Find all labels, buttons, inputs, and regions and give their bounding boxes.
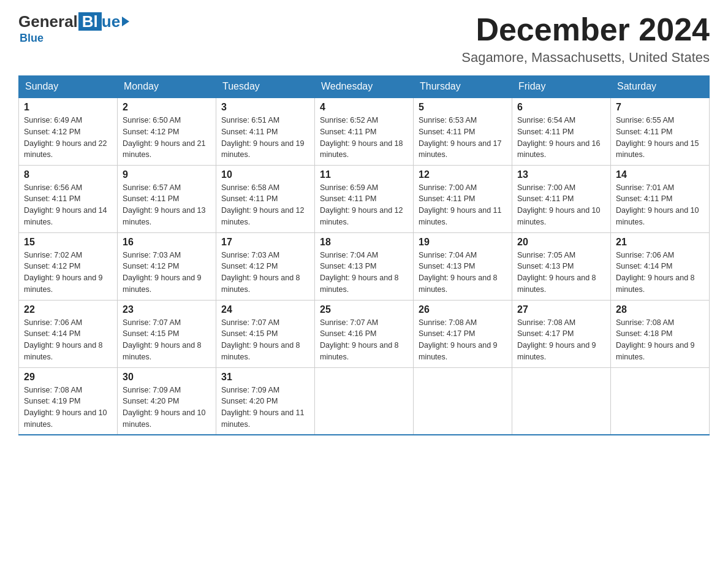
day-number: 30 <box>123 372 211 383</box>
day-info: Sunrise: 7:04 AMSunset: 4:13 PMDaylight:… <box>419 250 507 296</box>
calendar-header-row: SundayMondayTuesdayWednesdayThursdayFrid… <box>19 76 710 98</box>
day-number: 4 <box>320 102 408 113</box>
calendar-cell: 26Sunrise: 7:08 AMSunset: 4:17 PMDayligh… <box>414 300 512 367</box>
day-number: 13 <box>517 169 605 180</box>
calendar-title-area: December 2024 Sagamore, Massachusetts, U… <box>461 12 710 66</box>
day-info: Sunrise: 6:56 AMSunset: 4:11 PMDaylight:… <box>24 182 112 228</box>
calendar-cell: 20Sunrise: 7:05 AMSunset: 4:13 PMDayligh… <box>512 232 611 300</box>
day-info: Sunrise: 7:09 AMSunset: 4:20 PMDaylight:… <box>221 385 309 431</box>
logo-arrow-icon <box>122 17 129 26</box>
day-number: 1 <box>24 102 112 113</box>
day-number: 21 <box>616 237 704 248</box>
day-header-sunday: Sunday <box>19 76 118 98</box>
calendar-cell: 3Sunrise: 6:51 AMSunset: 4:11 PMDaylight… <box>216 98 315 165</box>
day-info: Sunrise: 6:51 AMSunset: 4:11 PMDaylight:… <box>221 115 309 161</box>
calendar-cell: 12Sunrise: 7:00 AMSunset: 4:11 PMDayligh… <box>414 165 512 232</box>
calendar-cell: 14Sunrise: 7:01 AMSunset: 4:11 PMDayligh… <box>611 165 710 232</box>
day-info: Sunrise: 6:54 AMSunset: 4:11 PMDaylight:… <box>517 115 605 161</box>
calendar-cell: 2Sunrise: 6:50 AMSunset: 4:12 PMDaylight… <box>118 98 216 165</box>
day-info: Sunrise: 7:06 AMSunset: 4:14 PMDaylight:… <box>24 317 112 363</box>
day-header-saturday: Saturday <box>611 76 710 98</box>
location-subtitle: Sagamore, Massachusetts, United States <box>461 50 710 66</box>
day-number: 5 <box>419 102 507 113</box>
day-number: 28 <box>616 304 704 315</box>
day-info: Sunrise: 6:50 AMSunset: 4:12 PMDaylight:… <box>123 115 211 161</box>
logo: General Blue Blue <box>18 12 129 45</box>
calendar-week-row: 1Sunrise: 6:49 AMSunset: 4:12 PMDaylight… <box>19 98 710 165</box>
calendar-cell: 15Sunrise: 7:02 AMSunset: 4:12 PMDayligh… <box>19 232 118 300</box>
calendar-table: SundayMondayTuesdayWednesdayThursdayFrid… <box>18 75 710 435</box>
calendar-cell: 27Sunrise: 7:08 AMSunset: 4:17 PMDayligh… <box>512 300 611 367</box>
logo-general-text: General <box>18 13 78 29</box>
calendar-week-row: 8Sunrise: 6:56 AMSunset: 4:11 PMDaylight… <box>19 165 710 232</box>
day-info: Sunrise: 7:03 AMSunset: 4:12 PMDaylight:… <box>221 250 309 296</box>
day-number: 3 <box>221 102 309 113</box>
day-number: 2 <box>123 102 211 113</box>
calendar-cell: 11Sunrise: 6:59 AMSunset: 4:11 PMDayligh… <box>315 165 414 232</box>
day-number: 18 <box>320 237 408 248</box>
day-info: Sunrise: 7:07 AMSunset: 4:15 PMDaylight:… <box>123 317 211 363</box>
calendar-cell: 25Sunrise: 7:07 AMSunset: 4:16 PMDayligh… <box>315 300 414 367</box>
day-header-wednesday: Wednesday <box>315 76 414 98</box>
calendar-week-row: 15Sunrise: 7:02 AMSunset: 4:12 PMDayligh… <box>19 232 710 300</box>
day-info: Sunrise: 6:52 AMSunset: 4:11 PMDaylight:… <box>320 115 408 161</box>
calendar-cell: 28Sunrise: 7:08 AMSunset: 4:18 PMDayligh… <box>611 300 710 367</box>
calendar-cell: 19Sunrise: 7:04 AMSunset: 4:13 PMDayligh… <box>414 232 512 300</box>
day-number: 8 <box>24 169 112 180</box>
day-number: 10 <box>221 169 309 180</box>
calendar-cell: 31Sunrise: 7:09 AMSunset: 4:20 PMDayligh… <box>216 367 315 435</box>
day-number: 23 <box>123 304 211 315</box>
day-info: Sunrise: 7:09 AMSunset: 4:20 PMDaylight:… <box>123 385 211 431</box>
calendar-cell <box>611 367 710 435</box>
day-number: 31 <box>221 372 309 383</box>
calendar-cell: 4Sunrise: 6:52 AMSunset: 4:11 PMDaylight… <box>315 98 414 165</box>
day-number: 11 <box>320 169 408 180</box>
day-info: Sunrise: 7:06 AMSunset: 4:14 PMDaylight:… <box>616 250 704 296</box>
calendar-week-row: 29Sunrise: 7:08 AMSunset: 4:19 PMDayligh… <box>19 367 710 435</box>
calendar-cell <box>414 367 512 435</box>
day-number: 12 <box>419 169 507 180</box>
day-number: 6 <box>517 102 605 113</box>
day-number: 29 <box>24 372 112 383</box>
calendar-cell: 30Sunrise: 7:09 AMSunset: 4:20 PMDayligh… <box>118 367 216 435</box>
day-number: 27 <box>517 304 605 315</box>
day-info: Sunrise: 7:00 AMSunset: 4:11 PMDaylight:… <box>517 182 605 228</box>
month-year-title: December 2024 <box>461 12 710 47</box>
day-number: 9 <box>123 169 211 180</box>
day-info: Sunrise: 7:07 AMSunset: 4:15 PMDaylight:… <box>221 317 309 363</box>
calendar-cell: 6Sunrise: 6:54 AMSunset: 4:11 PMDaylight… <box>512 98 611 165</box>
day-number: 15 <box>24 237 112 248</box>
day-info: Sunrise: 7:07 AMSunset: 4:16 PMDaylight:… <box>320 317 408 363</box>
calendar-cell: 9Sunrise: 6:57 AMSunset: 4:11 PMDaylight… <box>118 165 216 232</box>
day-info: Sunrise: 7:00 AMSunset: 4:11 PMDaylight:… <box>419 182 507 228</box>
day-info: Sunrise: 6:59 AMSunset: 4:11 PMDaylight:… <box>320 182 408 228</box>
day-info: Sunrise: 7:08 AMSunset: 4:17 PMDaylight:… <box>517 317 605 363</box>
calendar-cell: 8Sunrise: 6:56 AMSunset: 4:11 PMDaylight… <box>19 165 118 232</box>
calendar-cell: 5Sunrise: 6:53 AMSunset: 4:11 PMDaylight… <box>414 98 512 165</box>
calendar-cell: 22Sunrise: 7:06 AMSunset: 4:14 PMDayligh… <box>19 300 118 367</box>
day-number: 7 <box>616 102 704 113</box>
day-number: 25 <box>320 304 408 315</box>
day-number: 17 <box>221 237 309 248</box>
day-info: Sunrise: 7:08 AMSunset: 4:18 PMDaylight:… <box>616 317 704 363</box>
page-header: General Blue Blue December 2024 Sagamore… <box>18 12 710 66</box>
day-info: Sunrise: 7:05 AMSunset: 4:13 PMDaylight:… <box>517 250 605 296</box>
day-header-thursday: Thursday <box>414 76 512 98</box>
day-number: 19 <box>419 237 507 248</box>
calendar-week-row: 22Sunrise: 7:06 AMSunset: 4:14 PMDayligh… <box>19 300 710 367</box>
calendar-cell: 7Sunrise: 6:55 AMSunset: 4:11 PMDaylight… <box>611 98 710 165</box>
calendar-cell: 24Sunrise: 7:07 AMSunset: 4:15 PMDayligh… <box>216 300 315 367</box>
calendar-cell: 10Sunrise: 6:58 AMSunset: 4:11 PMDayligh… <box>216 165 315 232</box>
day-info: Sunrise: 6:55 AMSunset: 4:11 PMDaylight:… <box>616 115 704 161</box>
day-number: 24 <box>221 304 309 315</box>
calendar-cell: 1Sunrise: 6:49 AMSunset: 4:12 PMDaylight… <box>19 98 118 165</box>
day-header-tuesday: Tuesday <box>216 76 315 98</box>
day-info: Sunrise: 7:02 AMSunset: 4:12 PMDaylight:… <box>24 250 112 296</box>
day-info: Sunrise: 7:03 AMSunset: 4:12 PMDaylight:… <box>123 250 211 296</box>
day-number: 20 <box>517 237 605 248</box>
logo-blue-text-box2: ue <box>102 13 120 29</box>
day-number: 26 <box>419 304 507 315</box>
logo-blue-text-box: Bl <box>78 12 102 31</box>
calendar-cell: 17Sunrise: 7:03 AMSunset: 4:12 PMDayligh… <box>216 232 315 300</box>
day-info: Sunrise: 7:08 AMSunset: 4:17 PMDaylight:… <box>419 317 507 363</box>
